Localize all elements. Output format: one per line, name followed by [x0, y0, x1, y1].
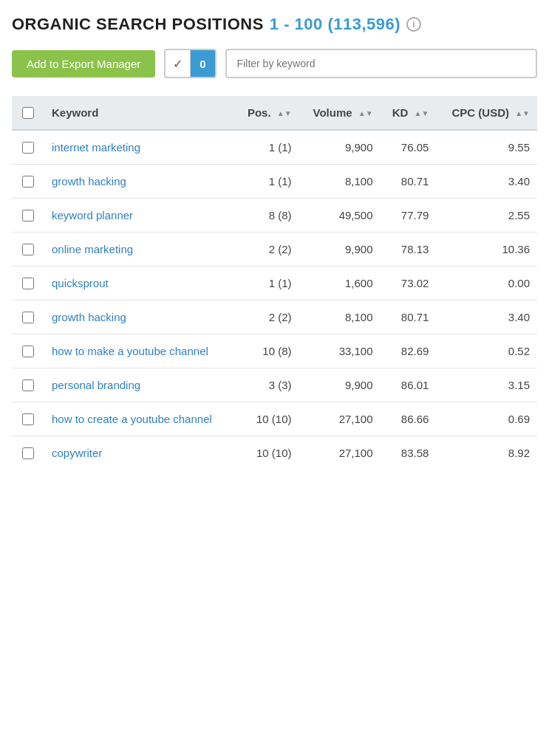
keyword-link[interactable]: internet marketing [52, 141, 140, 154]
kd-cell: 83.58 [381, 436, 437, 470]
select-all-checkbox[interactable] [22, 107, 34, 119]
toolbar: Add to Export Manager ✓ 0 [12, 49, 537, 78]
cpc-sort-icon: ▲▼ [515, 110, 530, 117]
row-checkbox-cell [12, 267, 44, 300]
kd-cell: 76.05 [381, 130, 437, 165]
pos-cell: 2 (2) [235, 233, 299, 267]
table-row: how to create a youtube channel10 (10)27… [12, 402, 537, 436]
check-count: 0 [191, 50, 214, 77]
row-checkbox-cell [12, 334, 44, 368]
cpc-cell: 9.55 [436, 130, 537, 165]
cpc-cell: 2.55 [436, 199, 537, 233]
keyword-link[interactable]: how to create a youtube channel [52, 413, 212, 425]
keyword-cell: how to make a youtube channel [44, 334, 235, 368]
pos-sort-icon: ▲▼ [277, 110, 292, 117]
row-checkbox-cell [12, 402, 44, 436]
header-volume[interactable]: Volume ▲▼ [299, 96, 381, 130]
keyword-link[interactable]: how to make a youtube channel [52, 345, 208, 357]
check-badge: ✓ 0 [164, 49, 216, 78]
table-row: personal branding3 (3)9,90086.013.15 [12, 368, 537, 402]
kd-cell: 86.01 [381, 368, 437, 402]
header-keyword: Keyword [44, 96, 235, 130]
title-text: ORGANIC SEARCH POSITIONS [12, 15, 264, 34]
row-checkbox-cell [12, 233, 44, 267]
volume-cell: 1,600 [299, 267, 381, 300]
row-checkbox-cell [12, 199, 44, 233]
row-checkbox[interactable] [22, 413, 34, 425]
keyword-link[interactable]: personal branding [52, 379, 140, 391]
row-checkbox[interactable] [22, 176, 34, 188]
volume-cell: 8,100 [299, 300, 381, 334]
table-row: growth hacking2 (2)8,10080.713.40 [12, 300, 537, 334]
header-cpc[interactable]: CPC (USD) ▲▼ [436, 96, 537, 130]
add-export-button[interactable]: Add to Export Manager [12, 50, 155, 78]
keyword-cell: online marketing [44, 233, 235, 267]
table-row: how to make a youtube channel10 (8)33,10… [12, 334, 537, 368]
row-checkbox-cell [12, 368, 44, 402]
cpc-cell: 0.69 [436, 402, 537, 436]
row-checkbox[interactable] [22, 312, 34, 323]
cpc-cell: 3.40 [436, 300, 537, 334]
kd-cell: 82.69 [381, 334, 437, 368]
volume-sort-icon: ▲▼ [358, 110, 373, 117]
row-checkbox-cell [12, 130, 44, 165]
row-checkbox[interactable] [22, 142, 34, 154]
row-checkbox[interactable] [22, 244, 34, 255]
keyword-link[interactable]: growth hacking [52, 311, 126, 323]
keywords-table: Keyword Pos. ▲▼ Volume ▲▼ KD ▲▼ CPC (USD… [12, 96, 537, 470]
keyword-link[interactable]: quicksprout [52, 277, 109, 289]
volume-cell: 9,900 [299, 368, 381, 402]
cpc-cell: 8.92 [436, 436, 537, 470]
keyword-cell: how to create a youtube channel [44, 402, 235, 436]
keyword-cell: copywriter [44, 436, 235, 470]
row-checkbox[interactable] [22, 447, 34, 459]
keyword-cell: growth hacking [44, 300, 235, 334]
keyword-link[interactable]: growth hacking [52, 175, 126, 188]
keyword-filter-input[interactable] [225, 49, 537, 78]
cpc-cell: 3.15 [436, 368, 537, 402]
pos-cell: 1 (1) [235, 267, 299, 300]
header-pos[interactable]: Pos. ▲▼ [235, 96, 299, 130]
kd-cell: 80.71 [381, 165, 437, 199]
volume-cell: 9,900 [299, 233, 381, 267]
kd-sort-icon: ▲▼ [415, 110, 429, 117]
keyword-cell: keyword planner [44, 199, 235, 233]
kd-cell: 80.71 [381, 300, 437, 334]
volume-cell: 33,100 [299, 334, 381, 368]
table-row: keyword planner8 (8)49,50077.792.55 [12, 199, 537, 233]
pos-cell: 2 (2) [235, 300, 299, 334]
row-checkbox-cell [12, 165, 44, 199]
row-checkbox-cell [12, 300, 44, 334]
info-icon[interactable]: i [406, 17, 421, 32]
pos-cell: 1 (1) [235, 130, 299, 165]
cpc-cell: 10.36 [436, 233, 537, 267]
pos-cell: 1 (1) [235, 165, 299, 199]
row-checkbox[interactable] [22, 278, 34, 289]
table-row: copywriter10 (10)27,10083.588.92 [12, 436, 537, 470]
volume-cell: 8,100 [299, 165, 381, 199]
volume-cell: 9,900 [299, 130, 381, 165]
row-checkbox[interactable] [22, 379, 34, 391]
header-checkbox-cell [12, 96, 44, 130]
kd-cell: 73.02 [381, 267, 437, 300]
cpc-cell: 3.40 [436, 165, 537, 199]
table-header-row: Keyword Pos. ▲▼ Volume ▲▼ KD ▲▼ CPC (USD… [12, 96, 537, 130]
keyword-link[interactable]: online marketing [52, 243, 133, 255]
cpc-cell: 0.00 [436, 267, 537, 300]
table-row: quicksprout1 (1)1,60073.020.00 [12, 267, 537, 300]
cpc-cell: 0.52 [436, 334, 537, 368]
page-title: ORGANIC SEARCH POSITIONS 1 - 100 (113,59… [12, 15, 537, 34]
table-row: online marketing2 (2)9,90078.1310.36 [12, 233, 537, 267]
pos-cell: 10 (8) [235, 334, 299, 368]
row-checkbox-cell [12, 436, 44, 470]
row-checkbox[interactable] [22, 210, 34, 221]
pos-cell: 3 (3) [235, 368, 299, 402]
keyword-link[interactable]: keyword planner [52, 209, 133, 221]
keyword-link[interactable]: copywriter [52, 447, 102, 459]
kd-cell: 86.66 [381, 402, 437, 436]
volume-cell: 27,100 [299, 436, 381, 470]
row-checkbox[interactable] [22, 346, 34, 357]
pos-cell: 10 (10) [235, 436, 299, 470]
kd-cell: 78.13 [381, 233, 437, 267]
header-kd[interactable]: KD ▲▼ [381, 96, 437, 130]
